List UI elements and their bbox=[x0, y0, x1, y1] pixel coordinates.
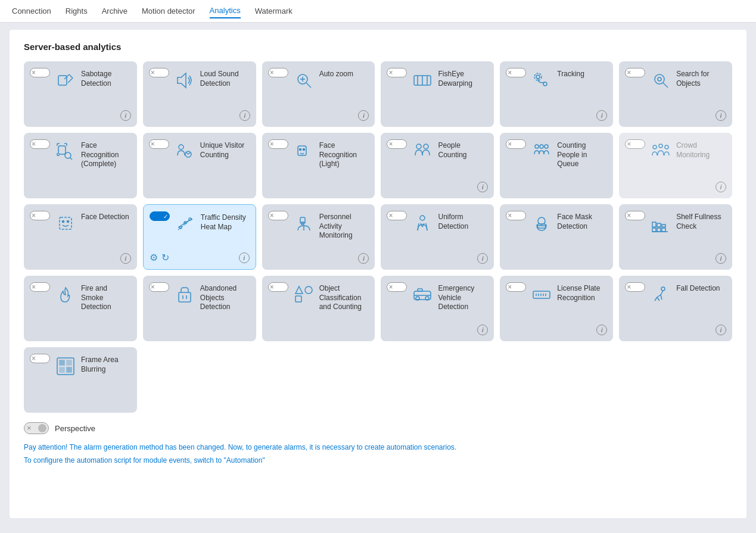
info-btn-tracking[interactable]: i bbox=[596, 110, 607, 121]
svg-point-36 bbox=[545, 145, 548, 148]
personnel-icon bbox=[293, 213, 315, 234]
svg-rect-59 bbox=[657, 223, 661, 227]
card-label-fisheye: FishEye Dewarping bbox=[438, 70, 488, 88]
tracking-icon bbox=[531, 70, 552, 91]
card-frame-blur: Frame Area Blurring bbox=[24, 347, 137, 413]
card-fisheye: FishEye Dewarping bbox=[381, 61, 494, 127]
svg-rect-71 bbox=[418, 289, 422, 291]
top-nav: ConnectionRightsArchiveMotion detectorAn… bbox=[0, 0, 756, 23]
svg-line-6 bbox=[306, 83, 311, 88]
toggle-fall[interactable] bbox=[625, 282, 645, 292]
info-btn-search-objects[interactable]: i bbox=[715, 110, 726, 121]
info-btn-face-detection[interactable]: i bbox=[120, 253, 131, 264]
card-personnel-activity: Personnel Activity Monitoringi bbox=[262, 204, 375, 270]
info-btn-auto-zoom[interactable]: i bbox=[358, 110, 369, 121]
toggle-crowd-monitoring[interactable] bbox=[625, 139, 645, 149]
nav-item-analytics[interactable]: Analytics bbox=[210, 4, 241, 18]
info-btn-traffic-heat[interactable]: i bbox=[239, 253, 250, 263]
toggle-unique-visitor[interactable] bbox=[149, 139, 169, 149]
svg-rect-55 bbox=[652, 228, 656, 232]
toggle-counting-queue[interactable] bbox=[506, 139, 526, 149]
info-btn-loud-sound[interactable]: i bbox=[239, 110, 250, 121]
info-btn-sabotage[interactable]: i bbox=[120, 110, 131, 121]
people-counting-icon bbox=[412, 141, 433, 163]
toggle-object-class[interactable] bbox=[268, 282, 288, 292]
card-label-crowd-monitoring: Crowd Monitoring bbox=[676, 141, 726, 160]
toggle-emergency-vehicle[interactable] bbox=[387, 282, 407, 292]
card-people-counting: People Countingi bbox=[381, 133, 494, 198]
nav-item-watermark[interactable]: Watermark bbox=[255, 4, 293, 18]
svg-point-31 bbox=[303, 149, 304, 151]
svg-line-28 bbox=[188, 152, 190, 154]
card-tracking: Trackingi bbox=[500, 61, 613, 127]
toggle-face-mask[interactable] bbox=[506, 211, 526, 220]
nav-item-rights[interactable]: Rights bbox=[66, 4, 88, 18]
svg-point-35 bbox=[540, 145, 543, 148]
toggle-sabotage[interactable] bbox=[30, 68, 50, 77]
main-panel: Server-based analytics Sabotage Detectio… bbox=[10, 30, 746, 518]
card-crowd-monitoring: Crowd Monitoringi bbox=[619, 133, 732, 198]
toggle-fisheye[interactable] bbox=[387, 68, 407, 77]
info-btn-emergency-vehicle[interactable]: i bbox=[477, 325, 488, 335]
svg-rect-56 bbox=[657, 228, 661, 232]
toggle-people-counting[interactable] bbox=[387, 139, 407, 149]
card-label-people-counting: People Counting bbox=[438, 141, 488, 160]
svg-marker-4 bbox=[178, 73, 186, 88]
toggle-shelf-fullness[interactable] bbox=[625, 211, 645, 220]
toggle-personnel-activity[interactable] bbox=[268, 211, 288, 220]
card-label-shelf-fullness: Shelf Fullness Check bbox=[676, 213, 726, 231]
card-label-face-detection: Face Detection bbox=[81, 213, 131, 222]
face-recognition-light-icon bbox=[293, 141, 315, 163]
info-btn-crowd-monitoring[interactable]: i bbox=[715, 182, 726, 192]
card-counting-queue: Counting People in Queue bbox=[500, 133, 613, 198]
card-abandoned: Abandoned Objects Detection bbox=[143, 276, 256, 341]
toggle-abandoned[interactable] bbox=[149, 282, 169, 292]
svg-rect-86 bbox=[67, 367, 71, 372]
svg-line-3 bbox=[68, 78, 73, 83]
app-container: ConnectionRightsArchiveMotion detectorAn… bbox=[0, 0, 756, 533]
refresh-icon[interactable]: ↻ bbox=[161, 252, 169, 263]
info-btn-people-counting[interactable]: i bbox=[477, 182, 488, 192]
card-label-fall: Fall Detection bbox=[676, 284, 726, 294]
toggle-face-recognition-complete[interactable] bbox=[30, 139, 50, 149]
toggle-uniform[interactable] bbox=[387, 211, 407, 220]
toggle-license-plate[interactable] bbox=[506, 282, 526, 292]
toggle-frame-blur[interactable] bbox=[30, 354, 50, 363]
svg-point-79 bbox=[661, 287, 665, 291]
nav-item-motion-detector[interactable]: Motion detector bbox=[142, 4, 195, 18]
uniform-icon bbox=[412, 213, 433, 234]
card-face-mask: Face Mask Detection bbox=[500, 204, 613, 270]
svg-point-25 bbox=[179, 145, 183, 149]
svg-rect-0 bbox=[58, 76, 67, 85]
toggle-tracking[interactable] bbox=[506, 68, 526, 77]
settings-icon[interactable]: ⚙ bbox=[150, 252, 158, 263]
info-btn-personnel-activity[interactable]: i bbox=[358, 253, 369, 264]
perspective-row: Perspective bbox=[24, 422, 732, 434]
toggle-loud-sound[interactable] bbox=[149, 68, 169, 77]
svg-line-80 bbox=[655, 297, 657, 301]
info-btn-license-plate[interactable]: i bbox=[596, 325, 607, 335]
perspective-toggle[interactable] bbox=[24, 422, 49, 434]
info-btn-shelf-fullness[interactable]: i bbox=[715, 253, 726, 264]
notice-line1: Pay attention! The alarm generation meth… bbox=[24, 441, 732, 454]
svg-point-41 bbox=[63, 221, 64, 223]
search-objects-icon bbox=[650, 70, 671, 91]
info-btn-fall[interactable]: i bbox=[715, 325, 726, 335]
toggle-face-detection[interactable] bbox=[30, 211, 50, 220]
toggle-fire-smoke[interactable] bbox=[30, 282, 50, 292]
nav-item-archive[interactable]: Archive bbox=[102, 4, 127, 18]
nav-item-connection[interactable]: Connection bbox=[12, 4, 51, 18]
face-mask-icon bbox=[531, 213, 552, 234]
info-btn-uniform[interactable]: i bbox=[477, 253, 488, 264]
emergency-icon bbox=[412, 284, 433, 306]
toggle-search-objects[interactable] bbox=[625, 68, 645, 77]
card-face-detection: Face Detectioni bbox=[24, 204, 137, 270]
toggle-auto-zoom[interactable] bbox=[268, 68, 288, 77]
card-label-object-class: Object Classification and Counting bbox=[319, 284, 369, 312]
svg-rect-57 bbox=[662, 228, 665, 232]
svg-point-33 bbox=[424, 144, 428, 149]
card-label-face-recognition-complete: Face Recognition (Complete) bbox=[81, 141, 131, 169]
toggle-traffic-heat[interactable] bbox=[150, 211, 170, 221]
toggle-face-recognition-light[interactable] bbox=[268, 139, 288, 149]
card-label-face-recognition-light: Face Recognition (Light) bbox=[319, 141, 369, 169]
